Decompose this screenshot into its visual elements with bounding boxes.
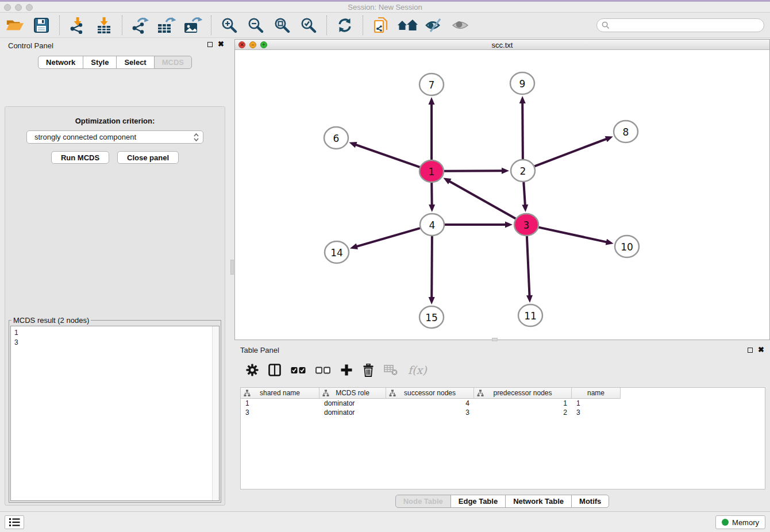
mcds-panel: Optimization criterion: strongly connect… bbox=[5, 106, 225, 506]
open-session-button[interactable] bbox=[5, 15, 25, 36]
memory-button[interactable]: Memory bbox=[715, 515, 765, 529]
show-all-button[interactable] bbox=[450, 15, 471, 36]
column-header-label: successor nodes bbox=[404, 389, 456, 397]
graph-edge[interactable] bbox=[355, 144, 420, 167]
zoom-fit-icon bbox=[274, 17, 290, 33]
export-table-button[interactable] bbox=[156, 15, 177, 36]
column-header[interactable]: predecessor nodes bbox=[474, 388, 572, 399]
deselect-all-button[interactable] bbox=[315, 367, 330, 374]
chevron-up-down-icon bbox=[194, 133, 199, 144]
close-network-icon[interactable]: ✕ bbox=[238, 41, 245, 48]
graph-edge[interactable] bbox=[534, 138, 607, 166]
select-all-button[interactable] bbox=[291, 367, 306, 374]
graph-edge[interactable] bbox=[449, 181, 515, 219]
close-panel-icon[interactable]: ✖ bbox=[218, 41, 224, 48]
graph-node[interactable]: 10 bbox=[615, 236, 639, 257]
tab-network[interactable]: Network bbox=[38, 56, 83, 69]
graph-edge[interactable] bbox=[527, 236, 530, 296]
graph-edge[interactable] bbox=[444, 171, 503, 171]
import-table-button[interactable] bbox=[94, 15, 114, 36]
graph-node[interactable]: 2 bbox=[511, 160, 535, 182]
table-cell[interactable]: 1 bbox=[572, 399, 621, 408]
maximize-network-icon[interactable]: + bbox=[260, 41, 267, 48]
mcds-result-area[interactable]: 1 3 bbox=[10, 326, 220, 501]
table-cell[interactable]: 3 bbox=[386, 408, 474, 417]
table-cell[interactable]: 3 bbox=[241, 408, 319, 417]
optimization-criterion-select[interactable]: strongly connected component bbox=[26, 130, 203, 144]
hide-selected-button[interactable] bbox=[424, 15, 444, 36]
search-input[interactable] bbox=[613, 20, 764, 31]
graph-node[interactable]: 9 bbox=[510, 72, 534, 94]
float-panel-icon[interactable] bbox=[207, 42, 213, 47]
splitter-grip[interactable] bbox=[230, 260, 234, 275]
settings-gear-button[interactable] bbox=[246, 364, 259, 376]
graph-node[interactable]: 3 bbox=[514, 214, 538, 236]
minimize-network-icon[interactable]: − bbox=[249, 41, 256, 48]
network-canvas[interactable]: 7968124314101511 bbox=[235, 50, 769, 340]
show-all-icon bbox=[451, 18, 469, 32]
zoom-in-button[interactable] bbox=[219, 15, 240, 36]
table-cell[interactable]: 2 bbox=[474, 408, 572, 417]
table-cell[interactable]: dominator bbox=[319, 408, 386, 417]
home-button[interactable] bbox=[397, 15, 418, 36]
tab-motifs[interactable]: Motifs bbox=[571, 495, 609, 508]
table-cell[interactable]: 4 bbox=[386, 399, 474, 408]
zoom-selected-button[interactable] bbox=[298, 15, 319, 36]
graph-node[interactable]: 8 bbox=[614, 121, 638, 142]
export-network-button[interactable] bbox=[130, 15, 151, 36]
tab-node-table[interactable]: Node Table bbox=[395, 495, 451, 508]
graph-edge[interactable] bbox=[356, 228, 420, 246]
run-mcds-button[interactable]: Run MCDS bbox=[51, 151, 109, 164]
column-header[interactable]: name bbox=[572, 388, 621, 399]
search-box[interactable] bbox=[596, 18, 764, 32]
zoom-fit-button[interactable] bbox=[272, 15, 292, 36]
tab-mcds[interactable]: MCDS bbox=[154, 56, 192, 69]
graph-edge[interactable] bbox=[432, 236, 432, 298]
import-network-button[interactable] bbox=[67, 15, 88, 36]
graph-edge[interactable] bbox=[538, 228, 607, 242]
close-panel-button[interactable]: Close panel bbox=[117, 151, 179, 164]
tab-style[interactable]: Style bbox=[83, 56, 117, 69]
table-cell[interactable]: 1 bbox=[241, 399, 319, 408]
graph-node[interactable]: 15 bbox=[419, 306, 444, 328]
table-cell[interactable]: 1 bbox=[474, 399, 572, 408]
tab-edge-table[interactable]: Edge Table bbox=[451, 495, 506, 508]
column-header[interactable]: MCDS role bbox=[319, 388, 386, 399]
node-table[interactable]: shared nameMCDS rolesuccessor nodesprede… bbox=[240, 387, 765, 489]
graph-node[interactable]: 1 bbox=[419, 160, 444, 182]
graph-edge[interactable] bbox=[523, 182, 525, 206]
column-header[interactable]: shared name bbox=[241, 388, 319, 399]
add-column-button[interactable] bbox=[340, 364, 353, 376]
graph-node[interactable]: 7 bbox=[419, 74, 444, 95]
graph-node[interactable]: 14 bbox=[325, 241, 349, 263]
network-from-selection-button[interactable] bbox=[371, 15, 391, 36]
graph-node[interactable]: 6 bbox=[324, 127, 348, 149]
memory-status-icon bbox=[722, 519, 729, 526]
horizontal-splitter-grip[interactable] bbox=[492, 338, 498, 341]
table-cell[interactable]: dominator bbox=[319, 399, 386, 408]
zoom-out-button[interactable] bbox=[245, 15, 266, 36]
control-panel-title: Control Panel bbox=[8, 41, 53, 50]
network-window-titlebar[interactable]: ✕ − + scc.txt bbox=[235, 40, 769, 50]
tab-network-table[interactable]: Network Table bbox=[505, 495, 572, 508]
table-row[interactable]: 1dominator411 bbox=[241, 399, 765, 408]
close-table-panel-icon[interactable]: ✖ bbox=[758, 346, 764, 353]
column-header[interactable]: successor nodes bbox=[386, 388, 474, 399]
delete-table-button[interactable] bbox=[384, 364, 398, 376]
graph-node[interactable]: 4 bbox=[420, 214, 444, 236]
task-history-button[interactable] bbox=[5, 515, 24, 529]
export-image-button[interactable] bbox=[183, 15, 203, 36]
table-cell[interactable]: 3 bbox=[572, 408, 621, 417]
graph-edge[interactable] bbox=[522, 102, 523, 159]
vertical-splitter[interactable] bbox=[230, 38, 234, 511]
save-session-button[interactable] bbox=[31, 15, 52, 36]
delete-column-button[interactable] bbox=[363, 364, 374, 377]
table-row[interactable]: 3dominator323 bbox=[241, 408, 765, 417]
tab-select[interactable]: Select bbox=[116, 56, 154, 69]
column-selector-button[interactable] bbox=[268, 364, 281, 376]
refresh-button[interactable] bbox=[334, 15, 355, 36]
graph-node[interactable]: 11 bbox=[518, 304, 542, 326]
function-builder-button[interactable]: f(x) bbox=[408, 364, 427, 376]
float-table-panel-icon[interactable] bbox=[748, 348, 753, 353]
result-scrollbar[interactable] bbox=[212, 326, 219, 500]
